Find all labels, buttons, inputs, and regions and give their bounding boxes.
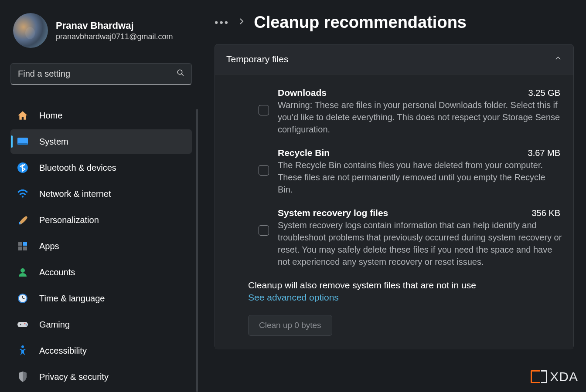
breadcrumb: ••• Cleanup recommendations xyxy=(215,13,574,32)
footer-note: Cleanup will also remove system files th… xyxy=(248,280,562,291)
search-input[interactable] xyxy=(18,69,177,79)
cleanup-item-downloads: Downloads 3.25 GB Warning: These are fil… xyxy=(259,88,562,135)
nav-label: System xyxy=(39,137,68,147)
item-title: Recycle Bin xyxy=(278,148,330,158)
nav-personalization[interactable]: Personalization xyxy=(10,208,192,232)
nav-gaming[interactable]: Gaming xyxy=(10,312,192,337)
nav-accessibility[interactable]: Accessibility xyxy=(10,338,192,363)
item-desc: The Recycle Bin contains files you have … xyxy=(278,159,562,196)
advanced-options-link[interactable]: See advanced options xyxy=(248,292,339,303)
nav-label: Accessibility xyxy=(39,346,87,356)
clock-icon xyxy=(17,292,29,304)
system-recovery-checkbox[interactable] xyxy=(259,225,269,236)
nav-label: Apps xyxy=(39,241,59,251)
avatar xyxy=(13,13,48,48)
accessibility-icon xyxy=(17,345,29,357)
nav-home[interactable]: Home xyxy=(10,103,192,128)
xda-watermark: XDA xyxy=(531,369,578,384)
svg-rect-7 xyxy=(23,242,27,246)
item-size: 3.25 GB xyxy=(528,88,560,98)
nav-time-language[interactable]: Time & language xyxy=(10,286,192,311)
xda-bracket-icon xyxy=(541,370,547,383)
search-field[interactable] xyxy=(10,63,192,85)
shield-icon xyxy=(17,371,29,383)
svg-rect-9 xyxy=(23,247,27,250)
bluetooth-icon xyxy=(17,162,29,174)
nav-label: Time & language xyxy=(39,294,105,304)
item-desc: Warning: These are files in your persona… xyxy=(278,99,562,135)
item-desc: System recovery logs contain information… xyxy=(278,219,562,268)
wifi-icon xyxy=(17,188,29,200)
system-icon xyxy=(17,135,29,148)
nav-accounts[interactable]: Accounts xyxy=(10,260,192,284)
cleanup-item-recycle-bin: Recycle Bin 3.67 MB The Recycle Bin cont… xyxy=(259,148,562,196)
nav-privacy[interactable]: Privacy & security xyxy=(10,365,192,389)
search-icon xyxy=(177,69,184,79)
svg-line-1 xyxy=(181,74,184,76)
svg-rect-6 xyxy=(18,242,22,246)
nav-list: Home System Bluetooth & devices Network … xyxy=(10,103,192,389)
svg-point-5 xyxy=(22,196,24,197)
nav-label: Home xyxy=(39,111,62,121)
breadcrumb-ellipsis[interactable]: ••• xyxy=(215,17,229,29)
nav-label: Network & internet xyxy=(39,189,111,199)
temporary-files-card: Temporary files Downloads 3.25 GB Warnin… xyxy=(215,44,574,349)
nav-network[interactable]: Network & internet xyxy=(10,182,192,206)
cleanup-item-system-recovery: System recovery log files 356 KB System … xyxy=(259,208,562,268)
svg-point-19 xyxy=(21,345,24,348)
sidebar-scrollbar[interactable] xyxy=(196,109,198,392)
nav-bluetooth[interactable]: Bluetooth & devices xyxy=(10,155,192,180)
card-header[interactable]: Temporary files xyxy=(215,44,573,74)
apps-icon xyxy=(17,240,29,252)
sidebar: Pranav Bhardwaj pranavbhardwaj0711@gmail… xyxy=(0,0,202,392)
svg-point-18 xyxy=(26,324,27,326)
item-title: System recovery log files xyxy=(278,208,388,218)
main-content: ••• Cleanup recommendations Temporary fi… xyxy=(202,0,586,392)
brush-icon xyxy=(17,214,29,226)
svg-point-10 xyxy=(20,268,25,273)
nav-label: Gaming xyxy=(39,320,70,330)
nav-label: Bluetooth & devices xyxy=(39,163,116,173)
gamepad-icon xyxy=(17,318,29,331)
recycle-bin-checkbox[interactable] xyxy=(259,165,269,176)
home-icon xyxy=(17,109,29,122)
chevron-right-icon xyxy=(239,18,244,27)
svg-point-0 xyxy=(177,70,182,74)
nav-label: Personalization xyxy=(39,215,99,225)
svg-point-17 xyxy=(24,323,26,324)
xda-bracket-icon xyxy=(531,370,540,383)
nav-label: Privacy & security xyxy=(39,372,109,382)
item-size: 3.67 MB xyxy=(528,148,560,158)
profile-name: Pranav Bhardwaj xyxy=(56,20,173,31)
profile-email: pranavbhardwaj0711@gmail.com xyxy=(56,32,173,41)
svg-rect-3 xyxy=(17,143,28,145)
card-body: Downloads 3.25 GB Warning: These are fil… xyxy=(215,74,573,349)
xda-text: XDA xyxy=(550,369,578,384)
card-title: Temporary files xyxy=(226,54,288,64)
svg-rect-8 xyxy=(18,247,22,250)
nav-apps[interactable]: Apps xyxy=(10,234,192,258)
chevron-up-icon xyxy=(554,54,562,64)
clean-up-button[interactable]: Clean up 0 bytes xyxy=(248,315,332,336)
nav-system[interactable]: System xyxy=(10,129,192,154)
svg-point-16 xyxy=(20,324,21,325)
page-title: Cleanup recommendations xyxy=(254,13,467,32)
profile-section[interactable]: Pranav Bhardwaj pranavbhardwaj0711@gmail… xyxy=(13,13,192,48)
nav-label: Accounts xyxy=(39,267,75,277)
person-icon xyxy=(17,266,29,278)
item-size: 356 KB xyxy=(531,208,560,218)
item-title: Downloads xyxy=(278,88,327,98)
downloads-checkbox[interactable] xyxy=(259,105,269,115)
